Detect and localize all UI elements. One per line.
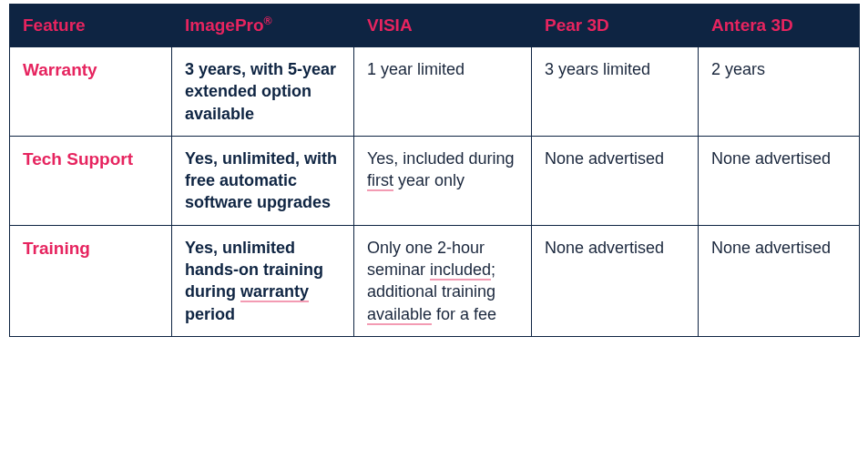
cell-tech-imagepro: Yes, unlimited, with free automatic soft…: [172, 136, 354, 225]
underline-text: first: [367, 171, 393, 191]
feature-label-tech: Tech Support: [10, 136, 172, 225]
feature-label-training: Training: [10, 225, 172, 336]
cell-text: Yes, included during: [367, 149, 514, 168]
cell-tech-antera: None advertised: [699, 136, 860, 225]
underline-text: warranty: [240, 282, 309, 302]
header-imagepro-name: ImagePro: [185, 15, 264, 35]
cell-training-antera: None advertised: [699, 225, 860, 336]
cell-text: year only: [393, 171, 465, 189]
registered-mark-icon: ®: [264, 15, 272, 27]
table-header-row: Feature ImagePro® VISIA Pear 3D Antera 3…: [10, 5, 860, 47]
comparison-table: Feature ImagePro® VISIA Pear 3D Antera 3…: [9, 4, 860, 337]
underline-text: included: [430, 260, 491, 280]
cell-training-imagepro: Yes, unlimited hands-on training during …: [172, 225, 354, 336]
cell-warranty-visia: 1 year limited: [354, 46, 532, 136]
header-pear3d: Pear 3D: [532, 5, 699, 47]
table-row: Warranty 3 years, with 5-year extended o…: [10, 46, 860, 136]
cell-warranty-pear: 3 years limited: [532, 46, 699, 136]
table-row: Tech Support Yes, unlimited, with free a…: [10, 136, 860, 225]
cell-text: for a fee: [432, 305, 496, 323]
cell-training-pear: None advertised: [532, 225, 699, 336]
cell-text: period: [185, 305, 235, 323]
cell-warranty-antera: 2 years: [699, 46, 860, 136]
header-imagepro: ImagePro®: [172, 5, 354, 47]
feature-label-warranty: Warranty: [10, 46, 172, 136]
cell-training-visia: Only one 2-hour seminar included; additi…: [354, 225, 532, 336]
table-row: Training Yes, unlimited hands-on trainin…: [10, 225, 860, 336]
cell-tech-visia: Yes, included during first year only: [354, 136, 532, 225]
header-feature: Feature: [10, 5, 172, 47]
cell-warranty-imagepro: 3 years, with 5-year extended option ava…: [172, 46, 354, 136]
header-visia: VISIA: [354, 5, 532, 47]
underline-text: available: [367, 305, 432, 325]
header-antera3d: Antera 3D: [699, 5, 860, 47]
cell-tech-pear: None advertised: [532, 136, 699, 225]
